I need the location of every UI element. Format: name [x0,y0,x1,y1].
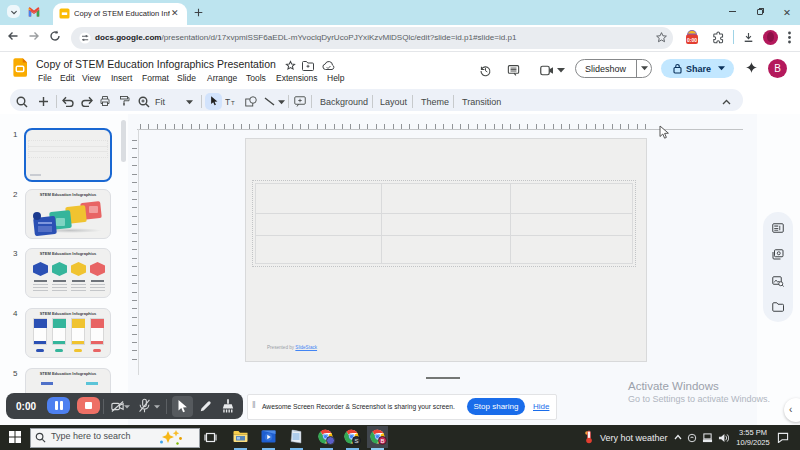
svg-text:T: T [225,97,230,107]
svg-text:0:00: 0:00 [687,37,697,43]
svg-text:T: T [231,100,235,106]
